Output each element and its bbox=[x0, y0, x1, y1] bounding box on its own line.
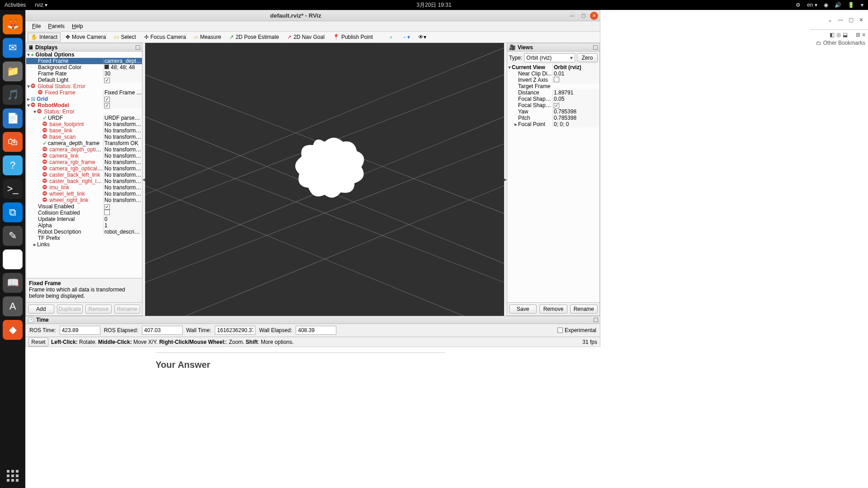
dock-reader-icon[interactable]: 📖 bbox=[3, 273, 23, 293]
dock-rhythmbox-icon[interactable]: 🎵 bbox=[3, 85, 23, 105]
tool-move-camera[interactable]: ✥Move Camera bbox=[62, 33, 109, 42]
tool-plus[interactable]: ＋ bbox=[385, 32, 397, 42]
view-prop-row[interactable]: Near Clip Di...0.01 bbox=[507, 70, 599, 77]
link-row[interactable]: camera_depth_optic...No transform fr... bbox=[26, 146, 142, 153]
fps-label: 31 fps bbox=[582, 339, 597, 345]
link-row[interactable]: caster_back_right_linkNo transform fr... bbox=[26, 178, 142, 184]
link-row[interactable]: camera_rgb_optical_f...No transform fr..… bbox=[26, 165, 142, 172]
time-panel-header[interactable]: 🕒 Time bbox=[26, 316, 600, 324]
panel-float-icon[interactable] bbox=[136, 45, 140, 50]
dock-writer-icon[interactable]: 📄 bbox=[3, 108, 23, 128]
view-prop-row[interactable]: Focal Shape...✓ bbox=[507, 102, 599, 108]
browser-minimize-icon[interactable]: — bbox=[838, 17, 843, 23]
activities-button[interactable]: Activities bbox=[5, 2, 26, 8]
tool-2d-pose[interactable]: ↗2D Pose Estimate bbox=[226, 33, 282, 42]
tool-focus-camera[interactable]: ✢Focus Camera bbox=[141, 33, 189, 42]
dock-sublime-icon[interactable]: ◆ bbox=[3, 320, 23, 340]
fixed-frame-row[interactable]: Fixed Framecamera_depth_... bbox=[26, 58, 142, 64]
dock-apps-grid-icon[interactable] bbox=[7, 470, 19, 482]
displays-panel-header[interactable]: 🖥 Displays bbox=[26, 43, 142, 52]
3d-viewport[interactable] bbox=[145, 43, 504, 316]
view-prop-row[interactable]: Invert Z Axis bbox=[507, 77, 599, 83]
view-prop-row[interactable]: Yaw0.785398 bbox=[507, 108, 599, 115]
indicator-icon[interactable]: ⚙ bbox=[796, 2, 801, 8]
sidebar-icon[interactable]: ◧ bbox=[830, 32, 835, 38]
tool-measure[interactable]: ▱Measure bbox=[191, 33, 224, 42]
panel-float-icon[interactable] bbox=[594, 318, 598, 322]
tool-publish-point[interactable]: 📍Publish Point bbox=[330, 33, 376, 42]
views-panel-header[interactable]: 🎥 Views bbox=[507, 43, 599, 52]
bookmarks-bar[interactable]: 🗀 Other Bookmarks bbox=[816, 40, 865, 46]
tool-2d-nav[interactable]: ↗2D Nav Goal bbox=[284, 33, 328, 42]
battery-icon[interactable]: 🔋 bbox=[848, 2, 854, 8]
views-rename-button[interactable]: Rename bbox=[570, 305, 598, 314]
views-remove-button[interactable]: Remove bbox=[539, 305, 567, 314]
system-menu-icon[interactable]: ▾ bbox=[861, 2, 863, 8]
view-prop-row[interactable]: Pitch0.785398 bbox=[507, 115, 599, 121]
lang-indicator[interactable]: en ▾ bbox=[807, 2, 817, 8]
wifi-icon[interactable]: ◉ bbox=[824, 2, 828, 8]
views-save-button[interactable]: Save bbox=[509, 305, 537, 314]
view-prop-row[interactable]: Distance1.89791 bbox=[507, 89, 599, 96]
maximize-button[interactable]: ▢ bbox=[579, 12, 587, 20]
app-menu[interactable]: rviz ▾ bbox=[35, 2, 47, 8]
view-prop-row[interactable]: Focal Shape...0.05 bbox=[507, 96, 599, 102]
link-row[interactable]: camera_linkNo transform fr... bbox=[26, 153, 142, 159]
tool-minus[interactable]: －▾ bbox=[399, 32, 413, 42]
wall-time-field[interactable] bbox=[215, 326, 255, 335]
reset-button[interactable]: Reset bbox=[28, 338, 48, 347]
link-row[interactable]: ✓camera_depth_frameTransform OK bbox=[26, 140, 142, 146]
duplicate-button[interactable]: Duplicate bbox=[57, 305, 83, 314]
link-row[interactable]: base_scanNo transform fr... bbox=[26, 134, 142, 140]
menu-panels[interactable]: Panels bbox=[44, 22, 68, 30]
browser-maximize-icon[interactable]: ▢ bbox=[849, 17, 854, 23]
link-row[interactable]: camera_rgb_frameNo transform fr... bbox=[26, 159, 142, 165]
dock-gedit-icon[interactable]: ✎ bbox=[3, 226, 23, 246]
zero-button[interactable]: Zero bbox=[577, 53, 598, 62]
dock-vscode-icon[interactable]: ⧉ bbox=[3, 202, 23, 222]
dock-terminal-icon[interactable]: >_ bbox=[3, 179, 23, 199]
dock-slack-icon[interactable]: ※ bbox=[3, 249, 23, 269]
view-type-combo[interactable]: Orbit (rviz)▾ bbox=[524, 53, 575, 62]
dock-updater-icon[interactable]: A bbox=[3, 296, 23, 316]
tool-select[interactable]: ▭Select bbox=[111, 33, 139, 42]
menu-file[interactable]: File bbox=[28, 22, 44, 30]
link-row[interactable]: wheel_left_linkNo transform fr... bbox=[26, 191, 142, 197]
dock-help-icon[interactable]: ? bbox=[3, 155, 23, 175]
view-prop-row[interactable]: Target Frame bbox=[507, 83, 599, 89]
tool-interact[interactable]: ✋Interact bbox=[28, 33, 61, 42]
link-row[interactable]: wheel_right_linkNo transform fr... bbox=[26, 197, 142, 203]
minimize-button[interactable]: — bbox=[568, 12, 576, 20]
tool-eye[interactable]: 👁▾ bbox=[415, 33, 429, 42]
view-prop-row[interactable]: ▸Focal Point0; 0; 0 bbox=[507, 121, 599, 127]
menu-help[interactable]: Help bbox=[68, 22, 87, 30]
volume-icon[interactable]: 🔊 bbox=[835, 2, 841, 8]
dock-files-icon[interactable]: 📁 bbox=[3, 61, 23, 81]
close-button[interactable]: ✕ bbox=[590, 12, 598, 20]
hamburger-icon[interactable]: ≡ bbox=[862, 32, 865, 38]
link-row[interactable]: imu_linkNo transform fr... bbox=[26, 184, 142, 191]
status-hints: Left-Click: Rotate. Middle-Click: Move X… bbox=[51, 339, 294, 345]
remove-button[interactable]: Remove bbox=[85, 305, 112, 314]
rename-button[interactable]: Rename bbox=[114, 305, 141, 314]
titlebar[interactable]: default.rviz* - RViz — ▢ ✕ bbox=[26, 10, 600, 21]
add-button[interactable]: Add bbox=[28, 305, 54, 314]
link-row[interactable]: base_linkNo transform fr... bbox=[26, 127, 142, 134]
dock-software-icon[interactable]: 🛍 bbox=[3, 132, 23, 152]
wall-elapsed-field[interactable] bbox=[296, 326, 336, 335]
dock-thunderbird-icon[interactable]: ✉ bbox=[3, 38, 23, 58]
displays-tree[interactable]: ▾● Global Options Fixed Framecamera_dept… bbox=[26, 52, 142, 278]
browser-arrow-icon[interactable]: ⌄ bbox=[828, 17, 832, 23]
browser-close-icon[interactable]: ✕ bbox=[859, 17, 863, 23]
ros-time-field[interactable] bbox=[60, 326, 100, 335]
account-icon[interactable]: ◎ bbox=[836, 32, 841, 38]
experimental-checkbox[interactable] bbox=[557, 328, 563, 333]
pocket-icon[interactable]: ⬓ bbox=[843, 32, 848, 38]
extensions-icon[interactable]: ⊞ bbox=[856, 32, 860, 38]
link-row[interactable]: caster_back_left_linkNo transform fr... bbox=[26, 172, 142, 178]
ros-elapsed-field[interactable] bbox=[142, 326, 183, 335]
panel-float-icon[interactable] bbox=[593, 45, 598, 50]
dock-firefox-icon[interactable]: 🦊 bbox=[3, 14, 23, 34]
views-tree[interactable]: ▾Current ViewOrbit (rviz) Near Clip Di..… bbox=[507, 64, 599, 302]
link-row[interactable]: base_footprintNo transform fr... bbox=[26, 121, 142, 127]
